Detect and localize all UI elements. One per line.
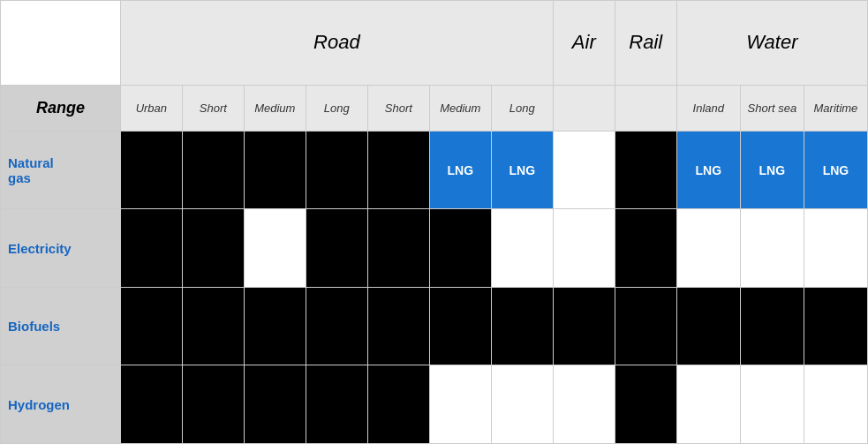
sub-short1: Short	[182, 85, 244, 131]
range-label: Range	[1, 85, 121, 131]
sub-air	[553, 85, 615, 131]
cell-el-medium2	[429, 209, 491, 288]
sub-medium1: Medium	[244, 85, 306, 131]
cell-bio-air	[553, 287, 615, 365]
cell-ng-long2: LNG	[491, 131, 553, 209]
cell-h2-urban	[120, 365, 182, 444]
cell-ng-medium1	[244, 131, 306, 209]
cell-h2-inland	[676, 365, 740, 444]
header-row: Road Air Rail Water	[1, 1, 868, 86]
label-electricity: Electricity	[1, 209, 121, 288]
label-hydrogen: Hydrogen	[1, 365, 121, 444]
cell-h2-shortsea	[740, 365, 804, 444]
cell-el-long1	[306, 209, 367, 288]
cell-h2-rail	[615, 365, 676, 444]
row-electricity: Electricity	[1, 209, 868, 288]
cell-el-short1	[182, 209, 244, 288]
cell-ng-rail	[615, 131, 676, 209]
sub-long2: Long	[491, 85, 553, 131]
cell-ng-long1	[306, 131, 367, 209]
row-biofuels: Biofuels	[1, 287, 868, 365]
sub-short2: Short	[367, 85, 429, 131]
cell-el-rail	[615, 209, 676, 288]
road-header: Road	[120, 1, 553, 86]
cell-h2-air	[553, 365, 615, 444]
air-header: Air	[553, 1, 615, 86]
cell-bio-shortsea	[740, 287, 804, 365]
cell-h2-short1	[182, 365, 244, 444]
row-natural-gas: Naturalgas LNG LNG LNG LNG LNG	[1, 131, 868, 209]
cell-el-air	[553, 209, 615, 288]
corner-cell	[1, 1, 121, 86]
cell-bio-long1	[306, 287, 367, 365]
sub-inland: Inland	[676, 85, 740, 131]
cell-ng-urban	[120, 131, 182, 209]
cell-el-medium1	[244, 209, 306, 288]
sub-medium2: Medium	[429, 85, 491, 131]
cell-el-short2	[367, 209, 429, 288]
cell-el-inland	[676, 209, 740, 288]
cell-bio-urban	[120, 287, 182, 365]
cell-h2-medium2	[429, 365, 491, 444]
cell-bio-inland	[676, 287, 740, 365]
cell-bio-medium2	[429, 287, 491, 365]
cell-h2-short2	[367, 365, 429, 444]
cell-ng-inland: LNG	[676, 131, 740, 209]
sub-maritime: Maritime	[804, 85, 867, 131]
cell-bio-short1	[182, 287, 244, 365]
cell-ng-shortsea: LNG	[740, 131, 804, 209]
cell-ng-air	[553, 131, 615, 209]
sub-shortsea: Short sea	[740, 85, 804, 131]
cell-h2-long1	[306, 365, 367, 444]
cell-ng-short1	[182, 131, 244, 209]
cell-h2-maritime	[804, 365, 867, 444]
main-table-wrapper: Road Air Rail Water Range Urban Short Me…	[0, 0, 868, 444]
sub-long1: Long	[306, 85, 367, 131]
cell-bio-rail	[615, 287, 676, 365]
cell-el-urban	[120, 209, 182, 288]
cell-el-shortsea	[740, 209, 804, 288]
cell-h2-long2	[491, 365, 553, 444]
sub-rail	[615, 85, 676, 131]
row-hydrogen: Hydrogen	[1, 365, 868, 444]
subheader-row: Range Urban Short Medium Long Short Medi…	[1, 85, 868, 131]
cell-ng-short2	[367, 131, 429, 209]
rail-header: Rail	[615, 1, 676, 86]
cell-bio-medium1	[244, 287, 306, 365]
label-natural-gas: Naturalgas	[1, 131, 121, 209]
cell-h2-medium1	[244, 365, 306, 444]
cell-ng-medium2: LNG	[429, 131, 491, 209]
cell-el-long2	[491, 209, 553, 288]
cell-ng-maritime: LNG	[804, 131, 867, 209]
cell-bio-maritime	[804, 287, 867, 365]
water-header: Water	[676, 1, 867, 86]
cell-bio-long2	[491, 287, 553, 365]
cell-bio-short2	[367, 287, 429, 365]
cell-el-maritime	[804, 209, 867, 288]
label-biofuels: Biofuels	[1, 287, 121, 365]
sub-urban: Urban	[120, 85, 182, 131]
